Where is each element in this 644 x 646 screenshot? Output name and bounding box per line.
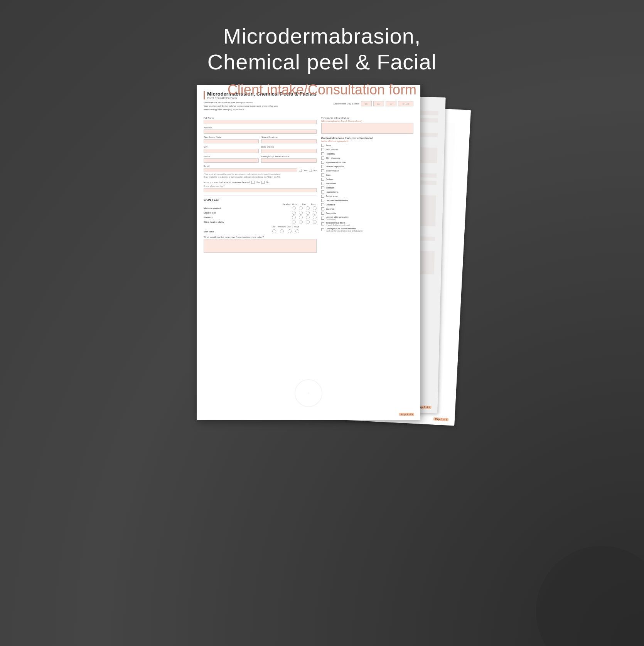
treatment-input[interactable] [321,123,413,134]
skin-tone-olive[interactable] [295,229,299,233]
zip-input[interactable] [204,139,259,143]
facial-before-input[interactable] [204,188,317,192]
active-acne-checkbox[interactable] [321,195,324,198]
elasticity-poor[interactable] [313,215,317,219]
page-1-inner: Microdermabrasion, Chemical Peels & Faci… [197,85,420,259]
skin-tone-radio-group [272,229,299,234]
dob-label: Date of birth [261,146,316,148]
elasticity-excellent[interactable] [292,215,296,219]
contra-loss-sensation: Loss of skin sensation (Tactile test) [321,216,413,220]
haematoma-checkbox[interactable] [321,190,324,193]
cuts-checkbox[interactable] [321,173,324,177]
skin-tone-fair[interactable] [272,229,276,233]
skin-tone-medium[interactable] [280,229,284,233]
haematoma-label: Haematoma [326,191,339,193]
sunburn-label: Sunburn [326,187,335,189]
contra-botox: Botox/dermal fillers (1 week following t… [321,222,413,226]
full-name-label: Full Name [204,117,317,119]
dermatitis-checkbox[interactable] [321,212,324,215]
contra-bruises: Bruises [321,178,413,181]
facial-no-label: No [266,181,269,183]
contra-active-acne: Active acne [321,195,413,198]
inflammation-checkbox[interactable] [321,169,324,172]
facial-no-checkbox[interactable] [261,181,265,184]
elasticity-fair[interactable] [306,215,310,219]
fever-checkbox[interactable] [321,144,324,147]
moisture-label: Moisture content [204,207,292,209]
bruises-checkbox[interactable] [321,178,324,181]
abrasions-checkbox[interactable] [321,182,324,185]
contagious-checkbox[interactable] [321,228,324,231]
email-yes-checkbox[interactable] [299,169,302,172]
sunburn-checkbox[interactable] [321,186,324,189]
hypersensitive-checkbox[interactable] [321,161,324,164]
eczema-checkbox[interactable] [321,207,324,210]
contagious-label: Contagious or Active infection (such as … [326,227,363,232]
muscle-fair[interactable] [306,211,310,215]
sub-title: Client intake/Consultation form [0,82,644,98]
broken-capillaries-label: Broken capillaries [326,165,344,168]
moisture-fair[interactable] [306,206,310,210]
botox-checkbox[interactable] [321,222,324,225]
botox-label: Botox/dermal fillers (1 week following t… [326,222,350,226]
full-name-input[interactable] [204,120,317,124]
rosacea-checkbox[interactable] [321,203,324,206]
hepatitis-checkbox[interactable] [321,152,324,155]
moisture-row: Moisture content [204,206,317,210]
state-input[interactable] [261,139,316,143]
phone-input[interactable] [204,158,259,163]
uncontrolled-diabetes-checkbox[interactable] [321,199,324,202]
inflammation-label: Inflammation [326,170,339,172]
elasticity-good[interactable] [299,215,303,219]
dob-input[interactable] [261,149,316,153]
moisture-excellent[interactable] [292,206,296,210]
healing-fair[interactable] [306,220,310,224]
appt-dd[interactable]: DD [361,101,372,106]
skin-tone-dark[interactable] [288,229,292,233]
muscle-excellent[interactable] [292,211,296,215]
loss-sensation-sublabel: (Tactile test) [326,218,349,220]
moisture-poor[interactable] [313,206,317,210]
cuts-label: Cuts [326,174,330,176]
achieve-textarea[interactable] [204,239,317,253]
contra-cuts: Cuts [321,173,413,177]
broken-capillaries-checkbox[interactable] [321,165,324,168]
skin-cancer-checkbox[interactable] [321,148,324,151]
email-no-checkbox[interactable] [309,169,312,172]
excellent-label: Excellent [283,203,289,205]
appt-mm[interactable]: MM [373,101,384,106]
moisture-good[interactable] [299,206,303,210]
appt-time[interactable]: HH:MM [398,101,413,106]
active-acne-label: Active acne [326,195,338,197]
state-group: State / Province [261,136,316,143]
email-group: Email Yes No [204,165,317,178]
hepatitis-label: Hepatitis [326,153,335,155]
contra-skin-diseases: Skin diseases [321,156,413,160]
city-input[interactable] [204,149,259,153]
emergency-phone-input[interactable] [261,158,316,163]
eczema-label: Eczema [326,208,334,210]
muscle-poor[interactable] [313,211,317,215]
facial-yes-checkbox[interactable] [251,181,255,184]
loss-sensation-label: Loss of skin sensation (Tactile test) [326,216,349,220]
muscle-good[interactable] [299,211,303,215]
healing-excellent[interactable] [292,220,296,224]
moisture-radio-group [292,206,317,210]
botox-sublabel: (1 week following treatment) [326,224,350,226]
address-input[interactable] [204,130,317,134]
contra-abrasions: Abrasions [321,182,413,185]
contraindications-subtitle: (select all/where appropriate) [321,140,413,142]
header-section: Microdermabrasion, Chemical peel & Facia… [0,0,644,98]
healing-radio-group [292,220,317,224]
appt-yy[interactable]: YY [386,101,396,106]
skin-diseases-checkbox[interactable] [321,156,324,160]
rosacea-label: Rosacea [326,204,335,206]
email-input[interactable] [204,168,297,172]
dob-group: Date of birth [261,146,316,153]
skin-test-title: SKIN TEST [204,198,317,202]
healing-good[interactable] [299,220,303,224]
loss-sensation-checkbox[interactable] [321,217,324,220]
elasticity-row: Elasticity [204,215,317,219]
zip-label: Zip / Postal Code [204,136,259,138]
healing-poor[interactable] [313,220,317,224]
